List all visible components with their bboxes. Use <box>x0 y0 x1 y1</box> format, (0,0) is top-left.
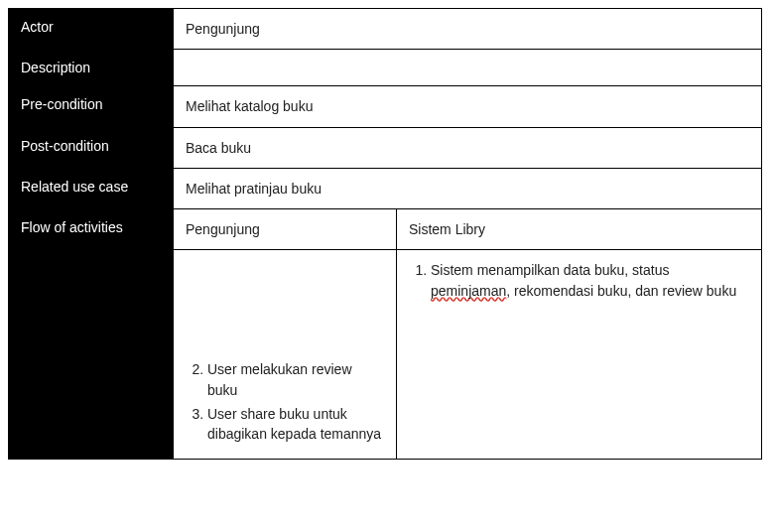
flow-right-text-prefix: Sistem menampilkan data buku, status <box>431 262 669 278</box>
row-label-related: Related use case <box>9 168 174 208</box>
flow-cell-left: User melakukan review buku User share bu… <box>174 250 397 459</box>
flow-right-list: Sistem menampilkan data buku, status pem… <box>409 260 749 301</box>
flow-cell-right: Sistem menampilkan data buku, status pem… <box>397 250 762 459</box>
row-value-actor: Pengunjung <box>174 9 762 50</box>
flow-left-list: User melakukan review buku User share bu… <box>186 359 384 444</box>
list-item: Sistem menampilkan data buku, status pem… <box>431 260 749 301</box>
list-item: User share buku untuk dibagikan kepada t… <box>207 404 384 445</box>
row-label-description: Description <box>9 50 174 86</box>
row-value-related: Melihat pratinjau buku <box>174 168 762 208</box>
table-row: Flow of activities Pengunjung Sistem Lib… <box>9 209 762 250</box>
row-value-description <box>174 50 762 86</box>
usecase-table: Actor Pengunjung Description Pre-conditi… <box>8 8 762 460</box>
row-label-precondition: Pre-condition <box>9 86 174 127</box>
spellcheck-word: peminjaman <box>431 283 506 299</box>
list-item: User melakukan review buku <box>207 359 384 400</box>
flow-right-text-suffix: , rekomendasi buku, dan review buku <box>506 283 736 299</box>
row-label-actor: Actor <box>9 9 174 50</box>
table-row: Pre-condition Melihat katalog buku <box>9 86 762 127</box>
table-row: Description <box>9 50 762 86</box>
row-value-precondition: Melihat katalog buku <box>174 86 762 127</box>
flow-header-left: Pengunjung <box>174 209 397 250</box>
table-row: User melakukan review buku User share bu… <box>9 250 762 459</box>
table-row: Post-condition Baca buku <box>9 127 762 168</box>
row-value-postcondition: Baca buku <box>174 127 762 168</box>
table-row: Actor Pengunjung <box>9 9 762 50</box>
row-label-flow: Flow of activities <box>9 209 174 250</box>
flow-header-right: Sistem Libry <box>397 209 762 250</box>
row-label-postcondition: Post-condition <box>9 127 174 168</box>
table-row: Related use case Melihat pratinjau buku <box>9 168 762 208</box>
row-label-flow-blank <box>9 250 174 459</box>
